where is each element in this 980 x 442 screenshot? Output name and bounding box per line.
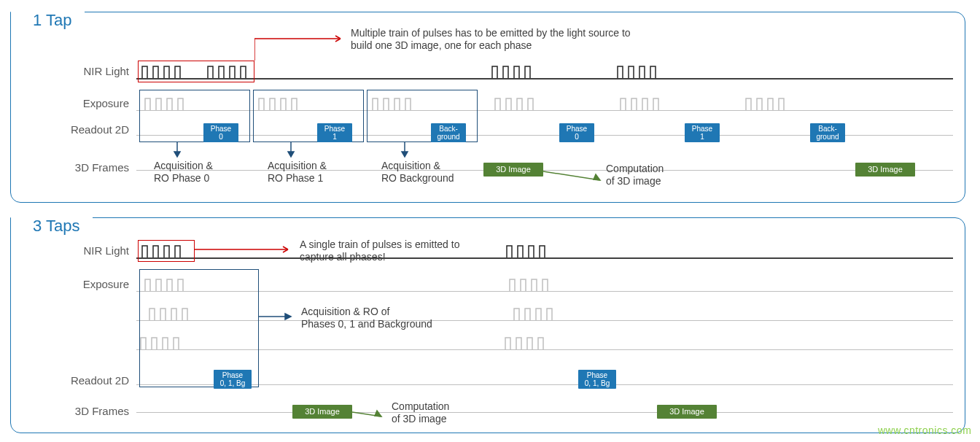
arrow-red-icon: [254, 34, 349, 63]
bg-tag: Back- ground: [431, 123, 466, 142]
3d-image-tag-2: 3D Image: [855, 163, 915, 177]
label-readout-2: Readout 2D: [49, 374, 129, 387]
panel-1tap-title: 1 Tap: [11, 11, 85, 30]
arrow-red-2-icon: [195, 244, 295, 255]
label-exposure: Exposure: [49, 97, 129, 109]
3d-image-tag-4: 3D Image: [657, 405, 717, 419]
3d-image-tag-3: 3D Image: [292, 405, 352, 419]
label-frames: 3D Frames: [49, 161, 129, 174]
arrow-blue-2-icon: [259, 311, 298, 322]
acq-label-bg: Acquisition & RO Background: [381, 160, 454, 185]
axis: [136, 412, 953, 413]
label-nir-2: NIR Light: [49, 244, 129, 257]
callout-3taps: A single train of pulses is emitted to c…: [300, 239, 489, 263]
red-highlight-box-2: [138, 240, 195, 262]
axis: [136, 384, 953, 385]
pulses-nir: [136, 63, 953, 80]
axis: [136, 170, 953, 171]
acq-label-combined: Acquisition & RO of Phases 0, 1 and Back…: [301, 306, 432, 330]
acq-label-1: Acquisition & RO Phase 1: [268, 160, 327, 185]
svg-line-3: [543, 171, 600, 180]
bg-tag-2: Back- ground: [810, 123, 845, 142]
phase1-tag-2: Phase 1: [685, 123, 720, 142]
panel-3taps-title: 3 Taps: [11, 217, 93, 236]
computation-label: Computation of 3D image: [606, 163, 664, 187]
phase-combined-tag-1: Phase 0, 1, Bg: [214, 370, 252, 389]
phase-combined-tag-2: Phase 0, 1, Bg: [578, 370, 616, 389]
watermark: www.cntronics.com: [878, 424, 971, 436]
panel-3taps: 3 Taps NIR Light Exposure Readout 2D 3D …: [10, 217, 965, 433]
computation-label-2: Computation of 3D image: [392, 400, 449, 425]
label-readout: Readout 2D: [49, 123, 129, 136]
label-frames-2: 3D Frames: [49, 405, 129, 417]
3d-image-tag-1: 3D Image: [483, 163, 543, 177]
red-highlight-box: [138, 61, 254, 82]
phase0-tag: Phase 0: [203, 123, 238, 142]
phase0-tag-2: Phase 0: [559, 123, 594, 142]
callout-1tap: Multiple train of pulses has to be emitt…: [351, 27, 642, 52]
label-exposure-2: Exposure: [49, 278, 129, 290]
phase1-tag: Phase 1: [317, 123, 352, 142]
label-nir: NIR Light: [49, 65, 129, 77]
arrow-green-2-icon: [352, 406, 389, 421]
acq-label-0: Acquisition & RO Phase 0: [154, 160, 213, 185]
panel-1tap: 1 Tap NIR Light Exposure Readout 2D 3D F…: [10, 12, 965, 203]
